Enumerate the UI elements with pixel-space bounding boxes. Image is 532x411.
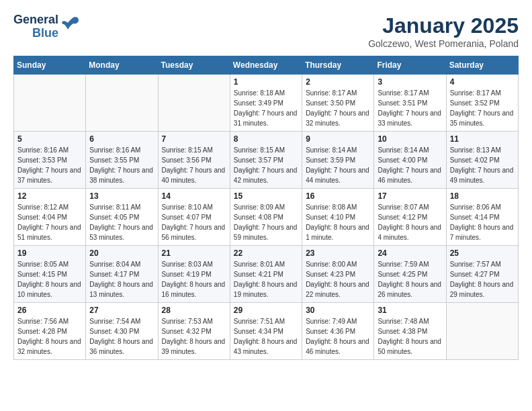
day-info: Sunrise: 8:10 AM Sunset: 4:07 PM Dayligh…: [162, 202, 226, 242]
day-number: 19: [17, 248, 82, 258]
day-info: Sunrise: 8:08 AM Sunset: 4:10 PM Dayligh…: [306, 202, 370, 242]
week-row-4: 19Sunrise: 8:05 AM Sunset: 4:15 PM Dayli…: [14, 246, 519, 303]
week-row-3: 12Sunrise: 8:12 AM Sunset: 4:04 PM Dayli…: [14, 189, 519, 246]
day-cell: 15Sunrise: 8:09 AM Sunset: 4:08 PM Dayli…: [230, 189, 302, 246]
day-info: Sunrise: 8:14 AM Sunset: 3:59 PM Dayligh…: [306, 145, 370, 185]
day-cell: 10Sunrise: 8:14 AM Sunset: 4:00 PM Dayli…: [374, 132, 446, 189]
day-cell: 21Sunrise: 8:03 AM Sunset: 4:19 PM Dayli…: [158, 246, 230, 303]
day-number: 9: [306, 134, 370, 144]
title-block: January 2025 Golczewo, West Pomerania, P…: [368, 13, 519, 49]
day-cell: 16Sunrise: 8:08 AM Sunset: 4:10 PM Dayli…: [302, 189, 374, 246]
day-number: 23: [306, 248, 370, 258]
day-number: 21: [162, 248, 226, 258]
day-cell: 24Sunrise: 7:59 AM Sunset: 4:25 PM Dayli…: [374, 246, 446, 303]
day-number: 14: [162, 191, 226, 201]
day-cell: 25Sunrise: 7:57 AM Sunset: 4:27 PM Dayli…: [446, 246, 518, 303]
day-number: 12: [17, 191, 82, 201]
day-cell: [158, 75, 230, 132]
logo-bird-icon: [60, 15, 80, 38]
day-number: 15: [234, 191, 298, 201]
day-info: Sunrise: 8:13 AM Sunset: 4:02 PM Dayligh…: [450, 145, 515, 185]
day-info: Sunrise: 7:57 AM Sunset: 4:27 PM Dayligh…: [450, 259, 515, 300]
day-number: 18: [450, 191, 515, 201]
day-number: 8: [234, 134, 298, 144]
day-number: 4: [450, 77, 515, 87]
day-info: Sunrise: 8:09 AM Sunset: 4:08 PM Dayligh…: [234, 202, 298, 242]
weekday-header-tuesday: Tuesday: [158, 56, 230, 75]
day-info: Sunrise: 8:06 AM Sunset: 4:14 PM Dayligh…: [450, 202, 515, 242]
day-info: Sunrise: 7:56 AM Sunset: 4:28 PM Dayligh…: [17, 316, 82, 357]
day-cell: 19Sunrise: 8:05 AM Sunset: 4:15 PM Dayli…: [14, 246, 86, 303]
day-number: 20: [89, 248, 154, 258]
day-cell: 7Sunrise: 8:15 AM Sunset: 3:56 PM Daylig…: [158, 132, 230, 189]
logo-text-block: General Blue: [13, 13, 58, 40]
header: General Blue January 2025 Golczewo, West…: [13, 13, 519, 49]
day-cell: 27Sunrise: 7:54 AM Sunset: 4:30 PM Dayli…: [86, 303, 158, 360]
day-cell: 11Sunrise: 8:13 AM Sunset: 4:02 PM Dayli…: [446, 132, 518, 189]
weekday-header-saturday: Saturday: [446, 56, 518, 75]
day-cell: 4Sunrise: 8:17 AM Sunset: 3:52 PM Daylig…: [446, 75, 518, 132]
day-number: 31: [378, 306, 442, 315]
day-number: 13: [89, 191, 154, 201]
day-info: Sunrise: 7:51 AM Sunset: 4:34 PM Dayligh…: [234, 316, 298, 357]
day-info: Sunrise: 8:17 AM Sunset: 3:51 PM Dayligh…: [378, 88, 442, 128]
day-number: 5: [17, 134, 82, 144]
calendar-table: SundayMondayTuesdayWednesdayThursdayFrid…: [13, 56, 519, 360]
day-cell: [14, 75, 86, 132]
day-number: 27: [89, 306, 154, 315]
day-number: 29: [234, 306, 298, 315]
day-info: Sunrise: 8:15 AM Sunset: 3:57 PM Dayligh…: [234, 145, 298, 185]
day-number: 10: [378, 134, 442, 144]
day-info: Sunrise: 8:16 AM Sunset: 3:53 PM Dayligh…: [17, 145, 82, 185]
day-cell: 12Sunrise: 8:12 AM Sunset: 4:04 PM Dayli…: [14, 189, 86, 246]
day-number: 17: [378, 191, 442, 201]
day-info: Sunrise: 7:59 AM Sunset: 4:25 PM Dayligh…: [378, 259, 442, 300]
week-row-1: 1Sunrise: 8:18 AM Sunset: 3:49 PM Daylig…: [14, 75, 519, 132]
day-number: 28: [162, 306, 226, 315]
day-cell: [86, 75, 158, 132]
day-cell: 18Sunrise: 8:06 AM Sunset: 4:14 PM Dayli…: [446, 189, 518, 246]
day-info: Sunrise: 8:14 AM Sunset: 4:00 PM Dayligh…: [378, 145, 442, 185]
day-cell: 20Sunrise: 8:04 AM Sunset: 4:17 PM Dayli…: [86, 246, 158, 303]
week-row-5: 26Sunrise: 7:56 AM Sunset: 4:28 PM Dayli…: [14, 303, 519, 360]
calendar-subtitle: Golczewo, West Pomerania, Poland: [368, 38, 519, 49]
weekday-header-wednesday: Wednesday: [230, 56, 302, 75]
day-info: Sunrise: 8:17 AM Sunset: 3:50 PM Dayligh…: [306, 88, 370, 128]
day-cell: 5Sunrise: 8:16 AM Sunset: 3:53 PM Daylig…: [14, 132, 86, 189]
day-number: 22: [234, 248, 298, 258]
day-number: 6: [89, 134, 154, 144]
day-cell: 9Sunrise: 8:14 AM Sunset: 3:59 PM Daylig…: [302, 132, 374, 189]
weekday-header-row: SundayMondayTuesdayWednesdayThursdayFrid…: [14, 56, 519, 75]
logo: General Blue: [13, 13, 80, 40]
day-number: 1: [234, 77, 298, 87]
day-cell: 3Sunrise: 8:17 AM Sunset: 3:51 PM Daylig…: [374, 75, 446, 132]
day-info: Sunrise: 8:00 AM Sunset: 4:23 PM Dayligh…: [306, 259, 370, 300]
day-info: Sunrise: 7:54 AM Sunset: 4:30 PM Dayligh…: [89, 316, 154, 357]
day-cell: 13Sunrise: 8:11 AM Sunset: 4:05 PM Dayli…: [86, 189, 158, 246]
day-number: 3: [378, 77, 442, 87]
day-cell: 8Sunrise: 8:15 AM Sunset: 3:57 PM Daylig…: [230, 132, 302, 189]
logo-blue: Blue: [32, 27, 58, 40]
day-cell: 29Sunrise: 7:51 AM Sunset: 4:34 PM Dayli…: [230, 303, 302, 360]
day-cell: 22Sunrise: 8:01 AM Sunset: 4:21 PM Dayli…: [230, 246, 302, 303]
day-number: 16: [306, 191, 370, 201]
day-cell: [446, 303, 518, 360]
day-info: Sunrise: 8:15 AM Sunset: 3:56 PM Dayligh…: [162, 145, 226, 185]
day-cell: 6Sunrise: 8:16 AM Sunset: 3:55 PM Daylig…: [86, 132, 158, 189]
day-number: 26: [17, 306, 82, 315]
logo-general: General: [13, 13, 58, 27]
day-info: Sunrise: 8:11 AM Sunset: 4:05 PM Dayligh…: [89, 202, 154, 242]
day-info: Sunrise: 8:12 AM Sunset: 4:04 PM Dayligh…: [17, 202, 82, 242]
day-number: 2: [306, 77, 370, 87]
day-cell: 30Sunrise: 7:49 AM Sunset: 4:36 PM Dayli…: [302, 303, 374, 360]
day-cell: 14Sunrise: 8:10 AM Sunset: 4:07 PM Dayli…: [158, 189, 230, 246]
page: General Blue January 2025 Golczewo, West…: [0, 0, 532, 373]
day-info: Sunrise: 8:05 AM Sunset: 4:15 PM Dayligh…: [17, 259, 82, 300]
day-cell: 1Sunrise: 8:18 AM Sunset: 3:49 PM Daylig…: [230, 75, 302, 132]
day-cell: 2Sunrise: 8:17 AM Sunset: 3:50 PM Daylig…: [302, 75, 374, 132]
day-info: Sunrise: 8:16 AM Sunset: 3:55 PM Dayligh…: [89, 145, 154, 185]
day-info: Sunrise: 7:48 AM Sunset: 4:38 PM Dayligh…: [378, 316, 442, 357]
day-number: 11: [450, 134, 515, 144]
day-info: Sunrise: 8:07 AM Sunset: 4:12 PM Dayligh…: [378, 202, 442, 242]
day-info: Sunrise: 8:18 AM Sunset: 3:49 PM Dayligh…: [234, 88, 298, 128]
